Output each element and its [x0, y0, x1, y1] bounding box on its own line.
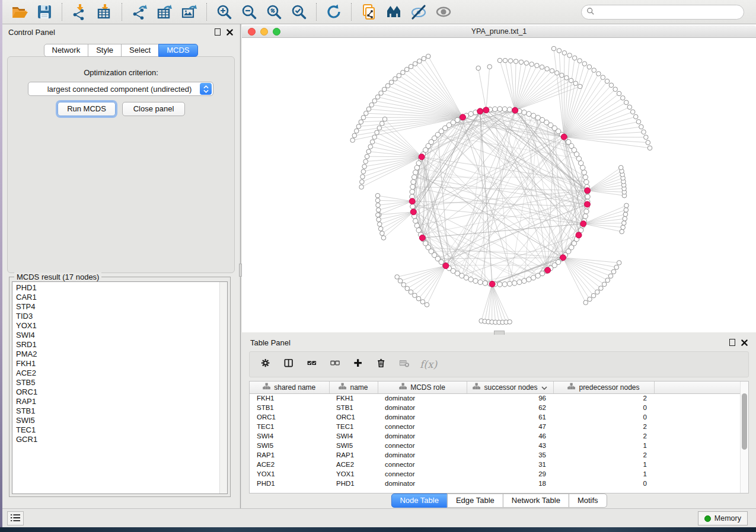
network-canvas[interactable]: [242, 38, 756, 335]
show-columns-icon[interactable]: [280, 355, 300, 373]
control-panel-header: Control Panel: [2, 24, 239, 40]
close-panel-icon[interactable]: [741, 339, 748, 346]
export-network-icon[interactable]: [130, 3, 148, 21]
delete-columns-icon[interactable]: [372, 355, 393, 373]
column-header-name[interactable]: name: [329, 382, 378, 393]
table-scrollbar-thumb[interactable]: [742, 393, 747, 450]
tab-select[interactable]: Select: [121, 44, 159, 57]
mcds-result-item[interactable]: YOX1: [12, 321, 219, 331]
table-row[interactable]: STB1STB1dominator620: [250, 403, 742, 412]
mcds-result-item[interactable]: TEC1: [12, 425, 219, 435]
toolbar-separator: [206, 3, 207, 21]
mcds-result-item[interactable]: TID3: [12, 312, 219, 321]
column-header-MCDS-role[interactable]: MCDS role: [378, 382, 467, 393]
open-file-icon[interactable]: [11, 3, 28, 21]
table-scrollbar[interactable]: [740, 382, 748, 493]
hide-selected-icon[interactable]: [410, 3, 428, 21]
tab-node-table[interactable]: Node Table: [391, 493, 448, 508]
export-table-icon[interactable]: [155, 3, 173, 21]
network-view-window: YPA_prune.txt_1: [242, 24, 756, 335]
table-mode-gear-icon[interactable]: [257, 355, 277, 373]
mcds-result-item[interactable]: GCR1: [12, 435, 219, 444]
mcds-result-scrollbar[interactable]: [219, 282, 227, 493]
column-header-predecessor-nodes[interactable]: predecessor nodes: [553, 382, 654, 393]
zoom-in-icon[interactable]: [215, 3, 233, 21]
mcds-result-item[interactable]: PMA2: [12, 350, 219, 359]
column-header-shared-name[interactable]: shared name: [250, 382, 329, 393]
search-icon: [586, 7, 595, 17]
import-network-icon[interactable]: [71, 3, 88, 21]
first-neighbors-icon[interactable]: [385, 3, 403, 21]
memory-button-label: Memory: [714, 514, 741, 523]
tab-mcds[interactable]: MCDS: [158, 44, 197, 57]
delete-table-icon: [395, 355, 416, 373]
table-row[interactable]: RAP1RAP1dominator352: [250, 450, 742, 460]
search-input[interactable]: [598, 8, 739, 17]
optimization-criterion-select[interactable]: largest connected component (undirected): [28, 82, 213, 96]
mcds-result-item[interactable]: ACE2: [12, 368, 219, 378]
table-row[interactable]: FKH1FKH1dominator962: [250, 393, 742, 403]
mcds-result-item[interactable]: STB5: [12, 378, 219, 387]
add-column-icon[interactable]: [349, 355, 369, 373]
search-box: [581, 5, 744, 20]
network-window-title: YPA_prune.txt_1: [242, 27, 756, 36]
table-row[interactable]: ACE2ACE2connector311: [250, 460, 742, 469]
table-row[interactable]: SWI4SWI4dominator462: [250, 431, 742, 441]
tab-style[interactable]: Style: [88, 44, 122, 57]
table-panel-title: Table Panel: [250, 338, 291, 347]
zoom-fit-icon[interactable]: [265, 3, 283, 21]
close-panel-button-label: Close panel: [123, 102, 184, 116]
mcds-result-item[interactable]: STP4: [12, 302, 219, 312]
column-type-icon: [473, 383, 480, 392]
close-panel-button[interactable]: Close panel: [122, 102, 185, 116]
mcds-result-item[interactable]: PHD1: [12, 283, 219, 293]
float-panel-icon[interactable]: [215, 28, 221, 36]
mcds-result-item[interactable]: SWI5: [12, 416, 219, 425]
network-window-titlebar[interactable]: YPA_prune.txt_1: [242, 25, 756, 38]
table-row[interactable]: YOX1YOX1connector291: [250, 469, 742, 479]
mcds-result-item[interactable]: ORC1: [12, 387, 219, 397]
main-toolbar: [2, 0, 756, 24]
mcds-result-list[interactable]: PHD1CAR1STP4TID3YOX1SWI4SRD1PMA2FKH1ACE2…: [12, 281, 228, 494]
network-document-icon[interactable]: [360, 3, 378, 21]
control-panel-tabset: Network Style Select MCDS: [43, 44, 197, 57]
export-image-icon[interactable]: [180, 3, 198, 21]
run-mcds-button-label: Run MCDS: [58, 102, 115, 116]
run-mcds-button[interactable]: Run MCDS: [58, 102, 116, 116]
table-row[interactable]: PHD1PHD1dominator180: [250, 479, 742, 488]
mcds-result-item[interactable]: FKH1: [12, 359, 219, 368]
tab-network[interactable]: Network: [43, 44, 88, 57]
column-type-icon: [263, 383, 270, 392]
table-row[interactable]: SWI5SWI5connector431: [250, 441, 742, 450]
optimization-criterion-value: largest connected component (undirected): [28, 85, 200, 94]
float-panel-icon[interactable]: [729, 339, 735, 346]
save-session-icon[interactable]: [36, 3, 53, 21]
mcds-result-item[interactable]: SWI4: [12, 331, 219, 340]
column-type-icon: [339, 383, 346, 392]
mcds-result-group: MCDS result (17 nodes) PHD1CAR1STP4TID3Y…: [9, 277, 231, 497]
tab-motifs[interactable]: Motifs: [569, 493, 607, 508]
import-table-icon[interactable]: [95, 3, 113, 21]
mcds-result-item[interactable]: SRD1: [12, 340, 219, 350]
deselect-all-icon[interactable]: [326, 355, 346, 373]
mcds-result-item[interactable]: STB1: [12, 406, 219, 416]
node-table: shared namenameMCDS rolesuccessor nodesp…: [249, 381, 749, 493]
mcds-result-item[interactable]: RAP1: [12, 397, 219, 406]
column-header-successor-nodes[interactable]: successor nodes: [467, 382, 553, 393]
mcds-result-item[interactable]: CAR1: [12, 293, 219, 302]
close-panel-icon[interactable]: [227, 29, 233, 36]
select-all-icon[interactable]: [303, 355, 323, 373]
control-panel: Control Panel Network Style Select MCDS …: [2, 24, 239, 508]
memory-button[interactable]: Memory: [698, 511, 748, 525]
table-row[interactable]: ORC1ORC1dominator610: [250, 412, 742, 422]
tab-network-table[interactable]: Network Table: [503, 493, 569, 508]
refresh-icon[interactable]: [325, 3, 343, 21]
table-row[interactable]: TEC1TEC1connector472: [250, 422, 742, 431]
zoom-selected-icon[interactable]: [290, 3, 308, 21]
show-all-icon[interactable]: [435, 3, 452, 21]
zoom-out-icon[interactable]: [240, 3, 258, 21]
tab-edge-table[interactable]: Edge Table: [447, 493, 503, 508]
show-panels-button[interactable]: [7, 511, 24, 525]
table-toolbar: f(x): [249, 351, 749, 377]
mcds-result-title: MCDS result (17 nodes): [14, 273, 101, 281]
